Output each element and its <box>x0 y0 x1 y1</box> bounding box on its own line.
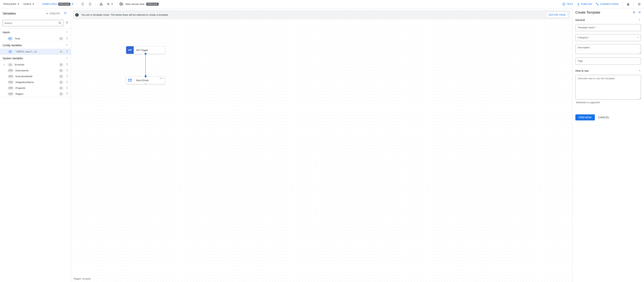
node-send-email[interactable]: Send Email ID:1 <box>126 76 165 84</box>
sidebar-title: Variables <box>3 12 16 15</box>
layout-button[interactable] <box>98 1 104 7</box>
chevron-up-icon <box>66 44 68 46</box>
triggers-menu[interactable]: TRIGGERS <box>2 1 21 6</box>
create-variable-button[interactable]: CREATE <box>44 11 62 16</box>
test-button[interactable]: TEST <box>561 1 574 7</box>
usage-count: 0 <box>59 69 63 72</box>
editor-view-button[interactable]: EDITOR VIEW <box>546 12 568 17</box>
type-badge: STR <box>8 80 14 84</box>
svg-point-36 <box>67 93 68 93</box>
row-menu-button[interactable] <box>65 62 69 67</box>
type-badge: STR <box>8 75 14 78</box>
output-port[interactable] <box>145 83 146 85</box>
node-api-trigger[interactable]: API API Trigger <box>126 46 165 54</box>
svg-point-17 <box>67 39 68 39</box>
flow-canvas[interactable]: i You are in template mode. The below fl… <box>71 8 572 282</box>
row-menu-button[interactable] <box>65 49 69 54</box>
config-heading: Config Variables <box>3 44 22 47</box>
filter-button[interactable] <box>65 21 69 25</box>
row-menu-button[interactable] <box>65 80 69 84</box>
tasks-label: TASKS <box>23 3 31 5</box>
publish-button[interactable]: PUBLISH <box>575 1 594 7</box>
usage-count: 0 <box>59 37 63 41</box>
howto-field <box>575 75 641 100</box>
collapse-panel-button[interactable] <box>638 10 641 14</box>
general-heading: General <box>575 18 585 21</box>
template-name-input[interactable] <box>575 24 641 31</box>
redo-button[interactable] <box>87 1 93 7</box>
expand-caret[interactable] <box>4 64 6 66</box>
canvas-area: i You are in template mode. The below fl… <box>71 8 572 282</box>
pin-icon <box>632 10 636 14</box>
row-menu-button[interactable] <box>65 68 69 73</box>
config-section-header[interactable]: Config Variables <box>0 42 71 49</box>
row-menu-button[interactable] <box>65 86 69 90</box>
variable-row[interactable]: INT Time 0 <box>0 36 71 41</box>
analytics-button[interactable] <box>625 1 631 7</box>
type-badge: STR <box>8 69 14 72</box>
cancel-button[interactable]: CANCEL <box>598 116 610 119</box>
chevron-up-icon <box>66 57 68 59</box>
variable-row[interactable]: STRIntegrationName0 <box>0 79 71 85</box>
type-badge-string-array: [S] <box>8 50 13 54</box>
variable-row[interactable]: STRProjectId0 <box>0 85 71 91</box>
zoom-menu[interactable] <box>105 1 114 7</box>
svg-point-28 <box>67 76 68 76</box>
variable-row[interactable]: STRExecutionMode0 <box>0 73 71 79</box>
plus-icon <box>46 12 48 15</box>
variable-row[interactable]: [S] `CONFIG_email_id` 0 <box>0 49 71 55</box>
api-icon: API <box>126 46 134 54</box>
howto-section-header[interactable]: How to use <box>572 68 644 74</box>
type-badge: {J} <box>8 63 13 67</box>
flow-edge <box>146 54 146 76</box>
variable-name: Region <box>16 93 57 95</box>
input-port[interactable] <box>145 76 146 77</box>
tags-input[interactable] <box>575 58 641 65</box>
row-menu-button[interactable] <box>65 92 69 96</box>
inputs-section-header[interactable]: Inputs <box>0 29 71 36</box>
usage-count: 0 <box>59 50 63 54</box>
templates-menu[interactable]: TEMPLATES PREVIEW <box>40 1 75 7</box>
preview-button[interactable]: PREVIEW <box>575 114 595 121</box>
node-label: API Trigger <box>134 47 165 53</box>
howto-textarea[interactable] <box>575 75 641 100</box>
svg-line-14 <box>60 23 61 24</box>
general-section-header[interactable]: General <box>572 17 644 23</box>
create-template-panel: Create Template General Template name * <box>572 8 644 282</box>
svg-point-30 <box>67 81 68 81</box>
search-input[interactable] <box>4 22 58 24</box>
canvas-view-label: New canvas view <box>125 3 144 5</box>
variable-row[interactable]: STRExecutionId0 <box>0 68 71 73</box>
connections-button[interactable]: CONNECTIONS <box>594 1 620 7</box>
redo-icon <box>88 2 92 6</box>
pin-button[interactable] <box>632 10 636 14</box>
svg-rect-12 <box>638 5 640 5</box>
row-menu-button[interactable] <box>65 74 69 79</box>
triggers-label: TRIGGERS <box>3 3 16 5</box>
test-label: TEST <box>566 3 573 5</box>
undo-button[interactable] <box>80 1 86 7</box>
system-section-header[interactable]: System Variables <box>0 55 71 62</box>
tags-field: Tags <box>575 58 641 65</box>
dropdown-icon <box>72 3 73 5</box>
svg-point-22 <box>67 64 68 65</box>
row-menu-button[interactable] <box>65 36 69 41</box>
collapse-sidebar-button[interactable] <box>62 10 68 17</box>
description-input[interactable] <box>575 44 641 54</box>
variable-name: ProjectId <box>16 87 57 90</box>
category-select[interactable] <box>575 34 641 41</box>
info-icon: i <box>75 13 79 17</box>
search-icon <box>58 21 62 25</box>
tasks-menu[interactable]: TASKS <box>22 1 36 6</box>
preview-badge: PREVIEW <box>58 3 70 6</box>
usage-count: 0 <box>59 80 63 84</box>
svg-point-31 <box>67 82 68 82</box>
canvas-view-toggle[interactable]: New canvas view PREVIEW <box>119 3 158 6</box>
top-toolbar: TRIGGERS TASKS TEMPLATES PREVIEW <box>0 0 644 8</box>
toggle-switch[interactable] <box>119 3 124 5</box>
svg-point-19 <box>67 51 68 52</box>
variable-row[interactable]: {J}ErrorInfo0 <box>0 62 71 68</box>
more-button[interactable] <box>636 1 642 7</box>
variable-row[interactable]: STRRegion0 <box>0 91 71 97</box>
connections-label: CONNECTIONS <box>600 3 619 5</box>
